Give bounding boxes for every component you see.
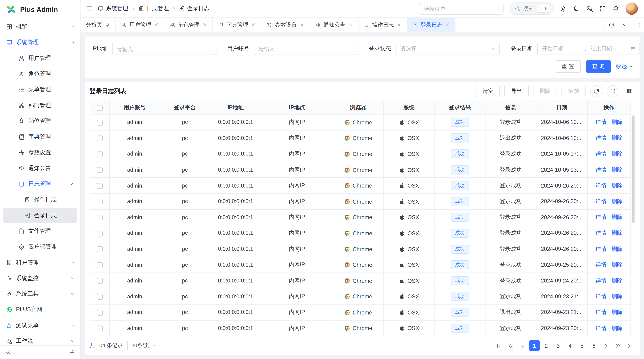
row-checkbox[interactable]: [97, 246, 102, 252]
detail-link[interactable]: 详情: [596, 277, 606, 283]
close-icon[interactable]: [445, 22, 450, 27]
delete-link[interactable]: 删除: [612, 293, 622, 299]
row-checkbox[interactable]: [97, 167, 102, 173]
tab-user[interactable]: 用户管理: [116, 18, 164, 32]
close-icon[interactable]: [300, 22, 304, 27]
reset-button[interactable]: 重 置: [555, 60, 581, 73]
detail-link[interactable]: 详情: [596, 182, 606, 188]
delete-link[interactable]: 删除: [612, 135, 622, 141]
breadcrumb-item-system[interactable]: 系统管理: [98, 5, 128, 12]
sidebar-item-file[interactable]: 文件管理: [0, 223, 80, 239]
tab-analysis[interactable]: 分析页: [80, 18, 116, 32]
page-button-5[interactable]: 5: [576, 341, 587, 351]
detail-link[interactable]: 详情: [596, 214, 606, 220]
close-icon[interactable]: [397, 22, 401, 27]
fullscreen-icon[interactable]: [599, 5, 606, 12]
pin-sidebar-icon[interactable]: [69, 349, 75, 355]
settings-icon[interactable]: [560, 5, 567, 12]
delete-link[interactable]: 删除: [612, 262, 622, 268]
next-5-pages-button[interactable]: [612, 341, 623, 351]
export-button[interactable]: 导出: [504, 85, 528, 97]
detail-link[interactable]: 详情: [596, 309, 606, 315]
tab-config[interactable]: 参数设置: [261, 18, 310, 32]
sidebar-item-menu-list[interactable]: 菜单管理: [0, 82, 80, 97]
select-all-checkbox[interactable]: [97, 105, 102, 111]
page-button-2[interactable]: 2: [541, 341, 552, 351]
row-checkbox[interactable]: [97, 135, 102, 141]
sidebar-item-client[interactable]: 客户端管理: [0, 239, 80, 255]
prev-page-button[interactable]: [517, 341, 528, 351]
delete-link[interactable]: 删除: [612, 309, 622, 315]
page-button-6[interactable]: 6: [588, 341, 599, 351]
detail-link[interactable]: 详情: [596, 262, 606, 268]
logo[interactable]: Plus Admin: [0, 0, 80, 19]
close-icon[interactable]: [202, 22, 207, 27]
close-icon[interactable]: [251, 22, 256, 27]
user-account-input[interactable]: [254, 43, 358, 55]
row-checkbox[interactable]: [97, 262, 102, 268]
language-icon[interactable]: [586, 5, 593, 12]
delete-link[interactable]: 删除: [612, 119, 622, 125]
page-size-select[interactable]: 20条/页: [127, 340, 160, 351]
detail-link[interactable]: 详情: [596, 151, 606, 157]
tenant-select-input[interactable]: [419, 3, 504, 15]
tabbar-more[interactable]: [618, 18, 631, 32]
tab-operlog[interactable]: 操作日志: [358, 18, 407, 32]
sidebar-item-flow[interactable]: 工作流: [0, 333, 80, 345]
collapse-filter-link[interactable]: 收起: [616, 63, 633, 70]
page-button-3[interactable]: 3: [553, 341, 564, 351]
delete-link[interactable]: 删除: [612, 230, 622, 236]
tab-loginlog[interactable]: 登录日志: [407, 18, 456, 32]
delete-link[interactable]: 删除: [612, 198, 622, 204]
sidebar-item-config[interactable]: 参数设置: [0, 145, 80, 160]
delete-link[interactable]: 删除: [612, 214, 622, 220]
row-checkbox[interactable]: [97, 231, 102, 236]
expand-table-button[interactable]: [606, 85, 618, 97]
refresh-table-button[interactable]: [590, 85, 602, 97]
sidebar-item-system[interactable]: 系统管理: [0, 35, 80, 50]
query-button[interactable]: 查 询: [586, 60, 611, 73]
row-checkbox[interactable]: [97, 278, 102, 284]
prev-5-pages-button[interactable]: [505, 341, 516, 351]
sidebar-item-monitor[interactable]: 系统监控: [0, 270, 80, 286]
sidebar-item-loginlog[interactable]: 登录日志: [3, 208, 77, 223]
sidebar-item-tools[interactable]: 系统工具: [0, 286, 80, 302]
sidebar-item-dept[interactable]: 部门管理: [0, 97, 80, 113]
sidebar-item-notice[interactable]: 通知公告: [0, 160, 80, 176]
next-page-button[interactable]: [600, 341, 611, 351]
ip-address-input[interactable]: [112, 43, 216, 55]
tab-notice[interactable]: 通知公告: [310, 18, 358, 32]
row-checkbox[interactable]: [97, 120, 102, 125]
notifications-icon[interactable]: [612, 5, 619, 12]
row-checkbox[interactable]: [97, 183, 102, 189]
tabbar-fullscreen[interactable]: [631, 18, 644, 32]
global-search[interactable]: 搜索 ⌘ K: [510, 2, 554, 15]
detail-link[interactable]: 详情: [596, 293, 606, 299]
avatar[interactable]: [626, 2, 638, 15]
sidebar-item-role[interactable]: 角色管理: [0, 66, 80, 82]
detail-link[interactable]: 详情: [596, 230, 606, 236]
tabbar-refresh[interactable]: [605, 18, 618, 32]
delete-link[interactable]: 删除: [612, 325, 622, 331]
delete-button[interactable]: 删除: [533, 85, 557, 97]
detail-link[interactable]: 详情: [596, 166, 606, 173]
detail-link[interactable]: 详情: [596, 198, 606, 204]
sidebar-item-overview[interactable]: 概览: [0, 19, 80, 35]
page-button-4[interactable]: 4: [565, 341, 576, 351]
detail-link[interactable]: 详情: [596, 135, 606, 141]
sidebar-item-log[interactable]: 日志管理: [0, 176, 80, 192]
row-checkbox[interactable]: [97, 326, 102, 331]
breadcrumb-item-log[interactable]: 日志管理: [138, 5, 169, 12]
pin-icon[interactable]: [105, 22, 110, 27]
delete-link[interactable]: 删除: [612, 151, 622, 157]
dark-mode-icon[interactable]: [573, 5, 580, 12]
row-checkbox[interactable]: [97, 199, 102, 205]
row-checkbox[interactable]: [97, 215, 102, 220]
tab-dict[interactable]: 字典管理: [213, 18, 261, 32]
sidebar-item-post[interactable]: 岗位管理: [0, 113, 80, 129]
close-icon[interactable]: [154, 22, 158, 27]
sidebar-item-tenant[interactable]: 租户管理: [0, 255, 80, 271]
unlock-button[interactable]: 解锁: [562, 85, 586, 97]
row-checkbox[interactable]: [97, 294, 102, 300]
detail-link[interactable]: 详情: [596, 325, 606, 331]
